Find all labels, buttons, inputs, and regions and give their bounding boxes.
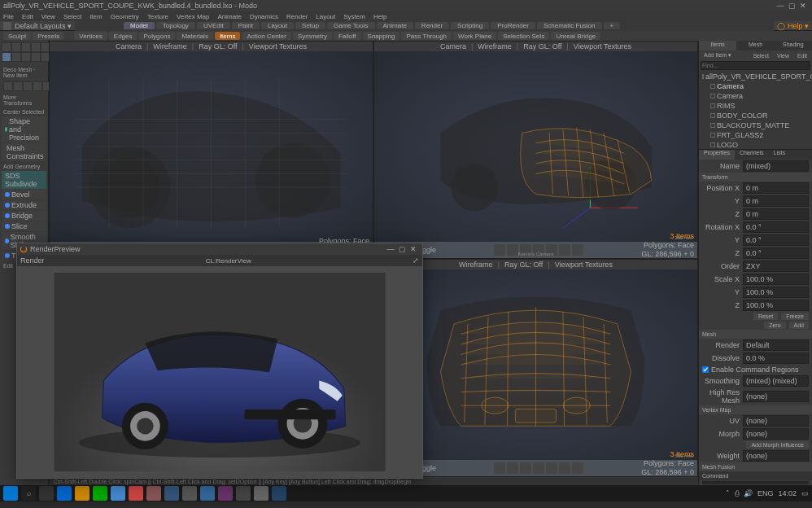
tab-layout[interactable]: Layout bbox=[261, 22, 294, 29]
smoothing-field[interactable]: (mixed) (mixed) bbox=[743, 375, 809, 387]
render-expand-icon[interactable]: ⤢ bbox=[413, 256, 419, 265]
visibility-toggle-icon[interactable] bbox=[710, 133, 715, 138]
prop-value-field[interactable]: 0.0 ° bbox=[743, 234, 809, 246]
taskbar-app-icon[interactable] bbox=[200, 486, 215, 501]
menu-geometry[interactable]: Geometry bbox=[111, 13, 139, 20]
menu-dynamics[interactable]: Dynamics bbox=[250, 13, 278, 20]
hires-mesh-field[interactable]: (none) bbox=[743, 391, 809, 402]
tab-game-tools[interactable]: Game Tools bbox=[327, 22, 375, 29]
tool-icon[interactable] bbox=[11, 42, 21, 52]
more-transforms-label[interactable]: More Transforms bbox=[2, 93, 46, 107]
tab-add[interactable]: + bbox=[604, 22, 621, 29]
vp-raygl-label[interactable]: Ray GL: Off bbox=[523, 42, 561, 50]
vp-raygl-label[interactable]: Ray GL: Off bbox=[504, 261, 543, 269]
snapping-button[interactable]: Snapping bbox=[363, 32, 400, 40]
scene-tree-item[interactable]: allPoly_VR_VEHICLE_SPORT_COUPE_KW... bbox=[701, 72, 810, 81]
prop-value-field[interactable]: 100.0 % bbox=[743, 274, 809, 285]
prop-value-field[interactable]: 0 m bbox=[743, 195, 809, 207]
vp-tool-button[interactable] bbox=[507, 462, 518, 474]
taskbar-app-icon[interactable] bbox=[93, 486, 107, 501]
dissolve-field[interactable]: 0.0 % bbox=[743, 353, 809, 364]
weight-field[interactable]: (none) bbox=[743, 450, 809, 462]
vp-tool-button[interactable] bbox=[572, 244, 583, 256]
lists-tab[interactable]: Lists bbox=[768, 150, 789, 160]
taskbar-app-icon[interactable] bbox=[146, 486, 161, 501]
sel-items[interactable]: Items bbox=[215, 32, 241, 40]
tab-paint[interactable]: Paint bbox=[232, 22, 260, 29]
prop-value-field[interactable]: 0 m bbox=[743, 208, 809, 220]
presets-button[interactable]: Presets bbox=[33, 32, 64, 40]
render-dropdown[interactable]: Default bbox=[743, 339, 809, 351]
symmetry-button[interactable]: Symmetry bbox=[293, 32, 332, 40]
uv-field[interactable]: (none) bbox=[743, 415, 809, 427]
layout-dropdown[interactable]: Default Layouts ▾ bbox=[15, 22, 72, 30]
tray-network-icon[interactable]: ⎙ bbox=[735, 489, 739, 497]
viewport-top-left[interactable]: Camera| Wireframe| Ray GL: Off| Viewport… bbox=[49, 41, 373, 259]
vp-wireframe-label[interactable]: Wireframe bbox=[478, 42, 512, 50]
window-close-button[interactable]: ✕ bbox=[797, 0, 809, 11]
taskbar-app-icon[interactable] bbox=[218, 486, 233, 501]
transform-tool-icon[interactable] bbox=[33, 81, 42, 91]
tab-prorender[interactable]: ProRender bbox=[491, 22, 535, 29]
menu-file[interactable]: File bbox=[3, 13, 14, 20]
visibility-toggle-icon[interactable] bbox=[702, 74, 704, 79]
properties-tab[interactable]: Properties bbox=[699, 150, 735, 160]
taskbar-app-icon[interactable] bbox=[272, 486, 286, 501]
tab-schematic-fusion[interactable]: Schematic Fusion bbox=[537, 22, 602, 29]
menu-view[interactable]: View bbox=[41, 13, 55, 20]
visibility-toggle-icon[interactable] bbox=[710, 142, 715, 147]
vp-tool-button[interactable] bbox=[572, 462, 583, 474]
tab-topology[interactable]: Topology bbox=[156, 22, 195, 29]
menu-vertex-map[interactable]: Vertex Map bbox=[177, 13, 209, 20]
menu-edit[interactable]: Edit bbox=[22, 13, 33, 20]
vp-textures-label[interactable]: Viewport Textures bbox=[574, 42, 631, 50]
menu-system[interactable]: System bbox=[343, 13, 365, 20]
prop-value-field[interactable]: 100.0 % bbox=[743, 287, 809, 298]
add-item-button[interactable]: Add Item ▾ bbox=[701, 52, 735, 59]
taskbar-app-icon[interactable] bbox=[57, 486, 72, 501]
task-view-icon[interactable] bbox=[39, 486, 54, 501]
add-geometry-label[interactable]: Add Geometry bbox=[2, 162, 46, 171]
visibility-toggle-icon[interactable] bbox=[710, 103, 715, 108]
reset-button[interactable]: Reset bbox=[753, 313, 778, 320]
visibility-toggle-icon[interactable] bbox=[710, 123, 715, 128]
scene-tree-item[interactable]: RIMS bbox=[701, 101, 810, 111]
vp-tool-button[interactable] bbox=[507, 244, 518, 256]
scene-tree-item[interactable]: BLACKOUTS_MATTE bbox=[701, 120, 810, 130]
shading-tab[interactable]: Shading bbox=[775, 41, 812, 50]
viewport-top-right[interactable]: Camera| Wireframe| Ray GL: Off| Viewport… bbox=[373, 41, 698, 259]
extrude-item[interactable]: Extrude bbox=[2, 200, 46, 210]
vp-textures-label[interactable]: Viewport Textures bbox=[555, 261, 613, 269]
tab-render[interactable]: Render bbox=[415, 22, 449, 29]
vp-tool-button[interactable] bbox=[520, 462, 531, 474]
tab-scripting[interactable]: Scripting bbox=[451, 22, 489, 29]
tab-model[interactable]: Model bbox=[124, 22, 155, 29]
mesh-tab[interactable]: Mesh bbox=[736, 41, 774, 50]
scene-select-btn[interactable]: Select bbox=[749, 53, 771, 59]
vp-wireframe-label[interactable]: Wireframe bbox=[153, 42, 187, 50]
center-selected-label[interactable]: Center Selected bbox=[2, 107, 46, 116]
morph-field[interactable]: (none) bbox=[743, 428, 809, 440]
tray-lang[interactable]: ENG bbox=[757, 489, 774, 497]
scene-edit-btn[interactable]: Edit bbox=[794, 53, 810, 59]
sculpt-button[interactable]: Sculpt bbox=[3, 32, 31, 40]
action-center-button[interactable]: Action Center bbox=[242, 32, 290, 40]
items-tab[interactable]: Items bbox=[699, 41, 736, 50]
sel-edges[interactable]: Edges bbox=[109, 32, 138, 40]
home-icon[interactable] bbox=[3, 22, 11, 30]
render-close-button[interactable]: ✕ bbox=[408, 243, 419, 255]
scene-tree-item[interactable]: Camera bbox=[701, 91, 810, 101]
taskbar-app-icon[interactable] bbox=[111, 486, 125, 501]
tool-icon[interactable] bbox=[21, 42, 31, 52]
menu-render[interactable]: Render bbox=[286, 13, 308, 20]
zero-button[interactable]: Zero bbox=[764, 322, 785, 329]
vp-wireframe-label[interactable]: Wireframe bbox=[459, 261, 493, 269]
name-field[interactable]: (mixed) bbox=[743, 160, 809, 172]
enable-cmd-regions-checkbox[interactable]: Enable Command Regions bbox=[702, 366, 799, 374]
prop-value-field[interactable]: 0.0 ° bbox=[743, 247, 809, 259]
visibility-toggle-icon[interactable] bbox=[710, 94, 715, 99]
render-button[interactable]: Render bbox=[20, 256, 45, 265]
menu-layout[interactable]: Layout bbox=[316, 13, 335, 20]
taskbar-app-icon[interactable] bbox=[182, 486, 197, 501]
scene-tree[interactable]: allPoly_VR_VEHICLE_SPORT_COUPE_KW...Came… bbox=[699, 70, 812, 149]
